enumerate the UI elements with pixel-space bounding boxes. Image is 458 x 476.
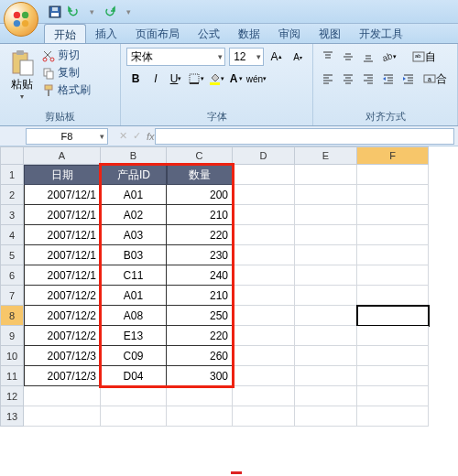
cell[interactable]: 日期 <box>24 165 101 185</box>
cell[interactable]: 2007/12/1 <box>24 185 101 205</box>
orientation-button[interactable]: ab▾ <box>379 48 398 66</box>
cell[interactable]: 2007/12/3 <box>24 346 101 366</box>
redo-icon[interactable] <box>103 5 117 19</box>
cell[interactable] <box>233 406 295 427</box>
cell[interactable] <box>357 165 429 185</box>
border-button[interactable]: ▾ <box>187 70 205 88</box>
cell[interactable] <box>357 225 429 245</box>
font-color-button[interactable]: A▾ <box>227 70 245 88</box>
cell[interactable]: 260 <box>167 346 233 366</box>
cell[interactable] <box>357 185 429 205</box>
cell[interactable] <box>233 326 295 346</box>
row-header[interactable]: 8 <box>0 306 24 326</box>
cell[interactable]: 数量 <box>167 165 233 185</box>
cell[interactable] <box>295 386 357 406</box>
cell[interactable] <box>233 165 295 185</box>
row-header[interactable]: 10 <box>0 346 24 366</box>
cell[interactable]: A03 <box>101 225 167 245</box>
fill-color-button[interactable]: ▾ <box>207 70 225 88</box>
column-header[interactable]: A <box>24 146 101 165</box>
cell[interactable] <box>295 286 357 306</box>
row-header[interactable]: 7 <box>0 286 24 306</box>
cell[interactable] <box>357 245 429 265</box>
cell[interactable]: 2007/12/1 <box>24 245 101 265</box>
cell[interactable]: 2007/12/2 <box>24 306 101 326</box>
align-bottom-button[interactable] <box>359 48 377 66</box>
cell[interactable]: E13 <box>101 326 167 346</box>
cell[interactable] <box>295 406 357 427</box>
cell[interactable]: D04 <box>101 366 167 386</box>
row-header[interactable]: 4 <box>0 225 24 245</box>
decrease-indent-button[interactable] <box>379 70 398 88</box>
cell[interactable] <box>295 245 357 265</box>
tab-view[interactable]: 视图 <box>310 24 350 43</box>
format-painter-button[interactable]: 格式刷 <box>42 82 91 98</box>
cell[interactable] <box>357 326 429 346</box>
row-header[interactable]: 12 <box>0 386 24 406</box>
cell[interactable] <box>233 366 295 386</box>
italic-button[interactable]: I <box>147 70 165 88</box>
column-header[interactable]: B <box>101 146 167 165</box>
name-box[interactable]: F8 <box>26 128 108 145</box>
tab-home[interactable]: 开始 <box>44 24 86 43</box>
column-header[interactable]: C <box>167 146 233 165</box>
select-all-corner[interactable] <box>0 146 24 165</box>
cut-button[interactable]: 剪切 <box>42 48 91 63</box>
cell[interactable] <box>233 386 295 406</box>
cell[interactable] <box>295 326 357 346</box>
cell[interactable] <box>233 245 295 265</box>
cell[interactable]: 300 <box>167 366 233 386</box>
cell[interactable] <box>295 225 357 245</box>
phonetic-button[interactable]: wén▾ <box>247 70 266 88</box>
cell[interactable] <box>357 265 429 286</box>
cell[interactable]: B03 <box>101 245 167 265</box>
font-size-combo[interactable]: 12 <box>229 48 264 66</box>
cell[interactable] <box>167 386 233 406</box>
cell[interactable] <box>233 205 295 225</box>
cell[interactable]: 2007/12/2 <box>24 326 101 346</box>
align-top-button[interactable] <box>319 48 337 66</box>
align-middle-button[interactable] <box>339 48 357 66</box>
cell[interactable] <box>357 366 429 386</box>
cell[interactable] <box>357 205 429 225</box>
cell[interactable] <box>24 406 101 427</box>
shrink-font-button[interactable]: A▾ <box>289 48 307 66</box>
column-header[interactable]: D <box>233 146 295 165</box>
align-left-button[interactable] <box>319 70 337 88</box>
tab-formulas[interactable]: 公式 <box>189 24 229 43</box>
cell[interactable]: 220 <box>167 225 233 245</box>
row-header[interactable]: 9 <box>0 326 24 346</box>
cell[interactable] <box>357 306 429 326</box>
cell[interactable]: A01 <box>101 185 167 205</box>
cell[interactable] <box>295 306 357 326</box>
cell[interactable]: 210 <box>167 205 233 225</box>
cell[interactable] <box>233 265 295 286</box>
align-center-button[interactable] <box>339 70 357 88</box>
cell[interactable] <box>295 265 357 286</box>
qat-customize-icon[interactable]: ▾ <box>121 5 136 19</box>
cell[interactable] <box>167 406 233 427</box>
increase-indent-button[interactable] <box>399 70 418 88</box>
cell[interactable] <box>233 346 295 366</box>
cell[interactable]: C09 <box>101 346 167 366</box>
cell[interactable] <box>295 366 357 386</box>
tab-data[interactable]: 数据 <box>229 24 269 43</box>
row-header[interactable]: 6 <box>0 265 24 286</box>
row-header[interactable]: 2 <box>0 185 24 205</box>
cell[interactable]: 2007/12/3 <box>24 366 101 386</box>
row-header[interactable]: 13 <box>0 406 24 427</box>
cell[interactable]: 2007/12/2 <box>24 286 101 306</box>
column-header[interactable]: E <box>295 146 357 165</box>
undo-dropdown-icon[interactable]: ▾ <box>84 5 99 19</box>
cell[interactable] <box>357 386 429 406</box>
tab-page-layout[interactable]: 页面布局 <box>126 24 189 43</box>
cell[interactable] <box>295 205 357 225</box>
save-icon[interactable] <box>48 5 62 19</box>
wrap-text-button[interactable]: ab自 <box>409 48 440 66</box>
cell[interactable]: A08 <box>101 306 167 326</box>
cell[interactable] <box>233 185 295 205</box>
cell[interactable] <box>101 406 167 427</box>
cell[interactable] <box>233 286 295 306</box>
paste-button[interactable]: 粘贴 ▾ <box>5 48 38 103</box>
tab-developer[interactable]: 开发工具 <box>350 24 412 43</box>
